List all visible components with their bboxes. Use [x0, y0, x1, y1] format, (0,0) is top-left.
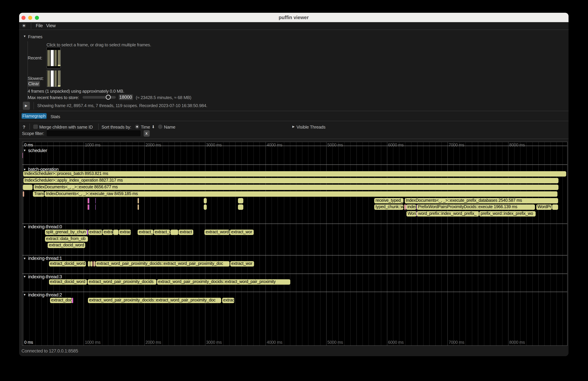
frame-bar[interactable] — [54, 50, 57, 66]
menu-item-file[interactable]: File — [36, 22, 43, 29]
scope-bar[interactable] — [23, 185, 33, 190]
scope-bar[interactable] — [204, 204, 207, 210]
merge-children-label[interactable]: Merge children with same ID — [39, 124, 93, 129]
frame-bar[interactable] — [51, 50, 54, 66]
thread-label[interactable]: ▼indexing-thread:1 — [23, 256, 62, 261]
scope-bar[interactable] — [88, 261, 90, 267]
menu-item-view[interactable]: View — [46, 22, 56, 29]
frame-bar[interactable] — [47, 50, 50, 66]
scope-filter-input[interactable] — [47, 130, 141, 136]
thread-label[interactable]: ▼indexing-thread:0 — [23, 224, 62, 229]
collapse-triangle-thread[interactable]: ▼ — [23, 293, 26, 296]
visible-threads-label[interactable]: Visible Threads — [296, 124, 325, 129]
scope-bar[interactable]: extract_doc — [50, 297, 72, 303]
tab-flamegraph[interactable]: Flamegraph — [21, 113, 46, 119]
frame-bar[interactable] — [58, 50, 60, 66]
scope-bar[interactable]: extract::data_from_ob — [45, 236, 88, 242]
sort-direction-icon[interactable]: ⬇ — [151, 124, 155, 129]
scope-bar[interactable]: receive_typed_ — [374, 198, 404, 203]
collapse-triangle-thread[interactable]: ▼ — [23, 275, 26, 278]
collapse-triangle-thread[interactable]: ▼ — [23, 225, 26, 229]
thread-label[interactable]: ▼indexing-thread:3 — [23, 274, 62, 279]
scope-bar[interactable] — [88, 198, 89, 203]
scope-bar[interactable] — [404, 204, 406, 210]
frame-bar[interactable] — [47, 71, 50, 87]
help-button[interactable]: ? — [23, 124, 25, 129]
scope-bar[interactable]: extract_wor — [230, 230, 254, 235]
scope-bar[interactable]: extract_w — [153, 230, 170, 235]
scope-bar[interactable] — [22, 153, 23, 158]
scope-bar[interactable] — [138, 198, 139, 203]
scope-bar[interactable]: index — [406, 204, 416, 210]
radio-sort-name[interactable] — [158, 124, 162, 129]
scope-bar[interactable]: IndexScheduler>::process_batch 8953.821 … — [23, 171, 566, 176]
frame-bar[interactable] — [58, 71, 60, 87]
scope-bar[interactable] — [170, 230, 178, 235]
scope-bar[interactable] — [88, 204, 89, 210]
scope-bar[interactable] — [95, 198, 96, 203]
max-frames-value[interactable]: 18000 — [119, 94, 133, 100]
scope-bar[interactable]: word_prefix::index_word_prefix_ — [417, 211, 479, 216]
scope-bar[interactable]: IndexDocuments<_, _>::execute_prefix_dat… — [405, 198, 558, 203]
scope-bar[interactable] — [204, 198, 207, 203]
frames-header[interactable]: Frames — [28, 34, 42, 39]
frame-bar[interactable] — [54, 71, 57, 87]
scope-bar[interactable] — [89, 198, 89, 203]
frame-bar[interactable] — [51, 71, 54, 87]
thread-label[interactable]: ▼indexing-thread:2 — [23, 292, 62, 297]
collapse-triangle-thread[interactable]: ▼ — [23, 149, 26, 152]
max-frames-slider[interactable] — [83, 96, 116, 99]
scope-bar[interactable]: extrac — [119, 230, 131, 235]
radio-sort-time[interactable] — [135, 124, 139, 129]
radio-sort-name-label[interactable]: Name — [164, 124, 175, 129]
collapse-triangle-frames[interactable]: ▼ — [23, 35, 26, 38]
collapse-triangle-thread[interactable]: ▼ — [23, 257, 26, 260]
scope-bar[interactable]: extract — [88, 230, 102, 235]
slowest-frames-thumbnail[interactable] — [46, 70, 61, 87]
scope-bar[interactable]: extract — [179, 230, 193, 235]
scope-bar[interactable]: extract_docid_word — [49, 261, 86, 267]
scope-bar[interactable] — [238, 204, 244, 210]
scope-bar[interactable]: extract_word_pair_proximity_docids::extr… — [157, 279, 290, 285]
scope-bar[interactable]: extract_word_pair_proximity_docids::extr… — [96, 261, 230, 267]
scope-bar[interactable]: typed_chunk::w — [374, 204, 404, 210]
scope-bar[interactable] — [113, 230, 119, 235]
recent-frames-thumbnail[interactable] — [46, 47, 61, 68]
collapse-triangle-visible-threads[interactable]: ▶ — [292, 125, 295, 128]
scope-bar[interactable]: Trans — [33, 191, 44, 196]
scope-bar[interactable]: IndexDocuments<_, _>::execute_raw 8459.1… — [45, 191, 558, 196]
scope-bar[interactable] — [94, 261, 95, 267]
scope-bar[interactable] — [87, 230, 88, 235]
thread-label[interactable]: ▼scheduler — [23, 148, 47, 153]
scope-bar[interactable]: extract_word_pair_proximity_docids::extr… — [88, 297, 221, 303]
scope-bar[interactable]: Word — [406, 211, 417, 216]
tab-stats[interactable]: Stats — [50, 114, 60, 119]
scope-bar[interactable]: extra — [103, 230, 113, 235]
scope-bar[interactable]: IndexScheduler>::apply_index_operation 8… — [23, 178, 558, 183]
scope-bar[interactable]: prefix_word::index_prefix_wo — [480, 211, 536, 216]
theme-toggle-icon[interactable]: ☀ — [22, 22, 26, 29]
scope-bar[interactable] — [73, 297, 73, 303]
clear-filter-button[interactable]: x — [144, 130, 149, 137]
scope-bar[interactable]: extract_wor — [230, 261, 254, 267]
scope-bar[interactable]: split_grenad_by_chun — [45, 230, 87, 235]
merge-children-checkbox[interactable] — [33, 124, 38, 129]
scope-bar[interactable]: PrefixWordPairsProximityDocids::execute … — [417, 204, 535, 210]
flamegraph-canvas[interactable]: 0 ms0 ms1000 ms1000 ms2000 ms2000 ms3000… — [22, 142, 567, 346]
scope-bar[interactable] — [238, 198, 244, 203]
scope-bar[interactable] — [138, 204, 139, 210]
scope-bar[interactable] — [72, 297, 72, 303]
scope-bar[interactable]: extract_word_pair_proximity_docids — [88, 279, 157, 285]
scope-bar[interactable] — [552, 204, 558, 210]
scope-bar[interactable]: IndexDocuments<_, _>::execute 8656.677 m… — [34, 185, 558, 190]
max-frames-slider-knob[interactable] — [106, 95, 111, 100]
clear-button[interactable]: Clear — [27, 81, 40, 87]
collapse-triangle-thread[interactable]: ▼ — [23, 168, 26, 171]
scope-bar[interactable]: extrac — [222, 297, 234, 303]
scope-bar[interactable] — [95, 204, 96, 210]
scope-bar[interactable] — [23, 191, 24, 196]
scope-bar[interactable] — [92, 261, 93, 267]
scope-bar[interactable]: extract_docid_word — [48, 243, 85, 248]
play-button[interactable]: ▶ — [23, 102, 30, 110]
scope-bar[interactable]: extract_word — [204, 230, 230, 235]
